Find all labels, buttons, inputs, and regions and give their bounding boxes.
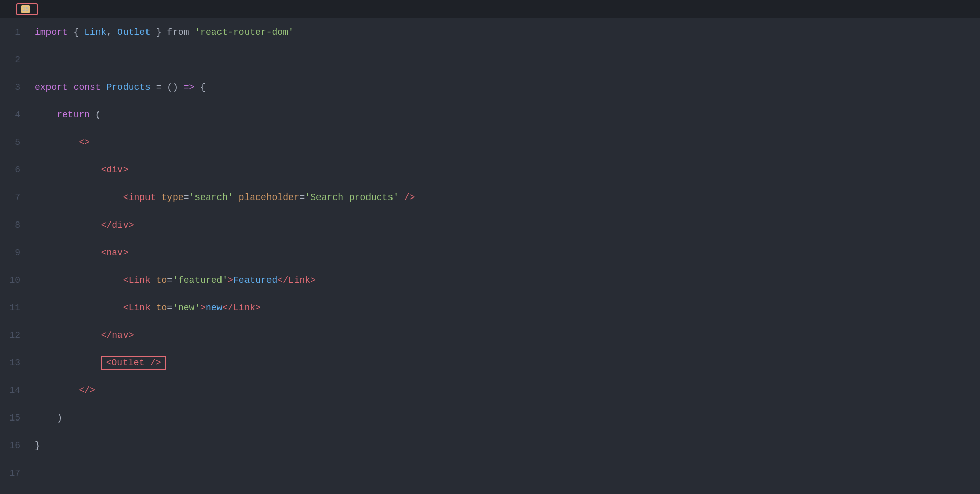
token-kw: return [57, 110, 90, 120]
code-line: </div> [35, 211, 980, 239]
code-line: <nav> [35, 239, 980, 266]
code-line: </> [35, 377, 980, 404]
line-number: 8 [0, 211, 31, 239]
line-number: 4 [0, 101, 31, 129]
token-op: } [151, 27, 167, 37]
code-line: return ( [35, 101, 980, 129]
token-op [35, 137, 79, 147]
token-op: from [167, 27, 189, 37]
code-line: import { Link, Outlet } from 'react-rout… [35, 18, 980, 46]
token-kw: import [35, 27, 68, 37]
token-str: 'search' [189, 192, 233, 203]
line-number: 2 [0, 46, 31, 73]
token-tag: </Link> [277, 275, 316, 285]
token-attr: placeholder [239, 192, 300, 203]
token-kw: const [74, 82, 101, 92]
token-tag: </> [79, 385, 95, 396]
token-str: 'react-router-dom' [194, 27, 293, 37]
token-op: = [300, 192, 305, 203]
token-op: ( [90, 110, 101, 120]
token-op: = [167, 303, 173, 313]
token-fn: Products [106, 82, 150, 92]
js-file-icon: JS [21, 5, 30, 13]
line-number: 15 [0, 404, 31, 432]
line-number: 6 [0, 156, 31, 184]
token-op: = [184, 192, 189, 203]
code-line: </nav> [35, 322, 980, 349]
token-op [35, 275, 123, 285]
token-fn: Link [84, 27, 106, 37]
line-number: 17 [0, 459, 31, 487]
token-attr: type [161, 192, 183, 203]
code-line: <> [35, 129, 980, 156]
code-line: export const Products = () => { [35, 73, 980, 101]
code-line [35, 459, 980, 487]
line-number: 14 [0, 377, 31, 404]
line-number: 11 [0, 294, 31, 322]
token-op [35, 385, 79, 396]
token-fn: new [206, 303, 222, 313]
editor-area: 1234567891011121314151617 import { Link,… [0, 18, 980, 494]
line-number: 9 [0, 239, 31, 266]
indent [35, 358, 101, 368]
token-kw: export [35, 82, 68, 92]
outlet-box: <Outlet /> [101, 356, 166, 370]
token-op [35, 248, 101, 258]
breadcrumb-bar: JS [0, 0, 980, 18]
line-number: 7 [0, 184, 31, 211]
code-line: <Outlet /> [35, 349, 980, 377]
line-numbers: 1234567891011121314151617 [0, 18, 31, 494]
token-op: { [68, 27, 84, 37]
code-line: <Link to='featured'>Featured</Link> [35, 266, 980, 294]
code-line: <input type='search' placeholder='Search… [35, 184, 980, 211]
code-lines[interactable]: import { Link, Outlet } from 'react-rout… [31, 18, 980, 494]
token-op: , [106, 27, 117, 37]
token-op [35, 165, 101, 175]
token-op: = [167, 275, 173, 285]
token-attr: to [156, 303, 167, 313]
line-number: 12 [0, 322, 31, 349]
token-op [35, 413, 57, 423]
token-str: 'featured' [173, 275, 228, 285]
token-op [189, 27, 194, 37]
token-op: { [194, 82, 206, 92]
code-line [35, 46, 980, 73]
token-op [35, 330, 101, 340]
line-number: 10 [0, 266, 31, 294]
token-op [68, 82, 74, 92]
token-op: ) [57, 413, 62, 423]
token-str: 'Search products' [305, 192, 399, 203]
code-line: <Link to='new'>new</Link> [35, 294, 980, 322]
token-op [151, 303, 156, 313]
token-tag: </nav> [101, 330, 134, 340]
token-fn: Outlet [117, 27, 151, 37]
token-op: = () [151, 82, 184, 92]
token-attr: to [156, 275, 167, 285]
token-op [151, 275, 156, 285]
breadcrumb-filename-box[interactable]: JS [16, 3, 38, 15]
token-op [35, 192, 123, 203]
code-container: 1234567891011121314151617 import { Link,… [0, 18, 980, 494]
token-op [35, 110, 57, 120]
token-tag: <Link [123, 275, 151, 285]
token-tag: </div> [101, 220, 134, 230]
token-op [35, 303, 123, 313]
token-op: } [35, 440, 40, 451]
token-tag: <div> [101, 165, 129, 175]
code-line: } [35, 432, 980, 459]
token-str: 'new' [173, 303, 200, 313]
line-number: 5 [0, 129, 31, 156]
line-number: 16 [0, 432, 31, 459]
token-tag: > [200, 303, 206, 313]
token-op [233, 192, 239, 203]
line-number: 3 [0, 73, 31, 101]
token-tag: <input [123, 192, 156, 203]
token-tag: > [228, 275, 233, 285]
token-op [399, 192, 404, 203]
token-tag: <Link [123, 303, 151, 313]
token-op [101, 82, 107, 92]
code-line: <div> [35, 156, 980, 184]
code-line: ) [35, 404, 980, 432]
token-tag: <nav> [101, 248, 129, 258]
line-number: 13 [0, 349, 31, 377]
